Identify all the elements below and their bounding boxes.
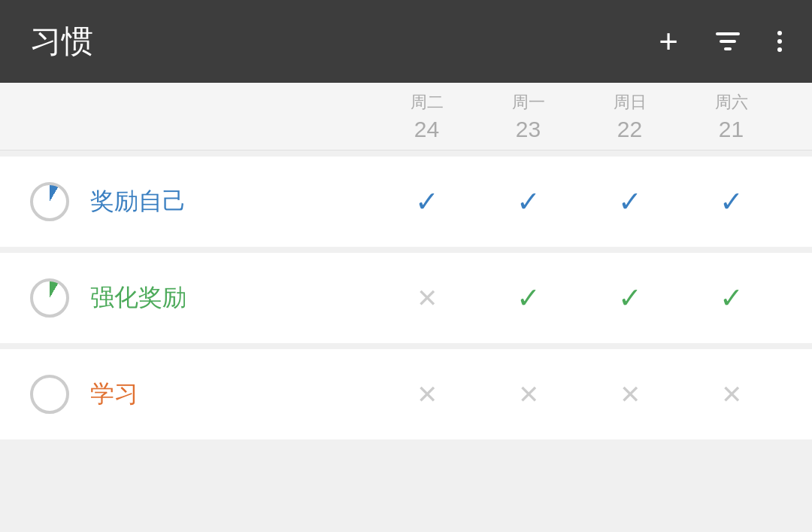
habit-icon-reinforce [30,278,69,318]
filter-button[interactable] [714,28,741,55]
day-name-saturday: 周六 [715,91,748,114]
habit-name-study: 学习 [90,378,376,411]
svg-rect-2 [724,47,732,50]
check-icon: ✓ [618,281,642,315]
app-header: 习惯 + [0,0,812,83]
habit-cell-0-2[interactable]: ✓ [579,185,680,218]
cross-icon: ✕ [620,379,641,409]
habit-checks-study: ✕ ✕ ✕ ✕ [376,379,782,409]
habit-cell-0-1[interactable]: ✓ [477,185,579,218]
svg-rect-1 [720,40,736,43]
more-dots-icon [777,31,782,52]
habit-cell-1-0[interactable]: ✕ [376,281,477,315]
day-name-sunday: 周日 [614,91,647,114]
days-header: 周二 24 周一 23 周日 22 周六 21 [0,83,812,150]
app-title: 习惯 [30,20,659,62]
habit-name-reward-self: 奖励自己 [90,185,376,218]
check-icon: ✓ [517,281,541,315]
day-col-monday: 周一 23 [477,91,579,142]
day-number-saturday: 21 [719,117,744,142]
svg-rect-0 [716,32,740,35]
habit-icon-study [30,375,69,414]
cross-icon: ✕ [518,379,539,409]
habit-cell-2-0[interactable]: ✕ [376,379,477,409]
check-icon: ✓ [720,185,744,218]
days-columns: 周二 24 周一 23 周日 22 周六 21 [376,91,782,142]
habit-cell-0-3[interactable]: ✓ [680,185,782,218]
check-icon: ✓ [415,185,439,218]
habit-row-study[interactable]: 学习 ✕ ✕ ✕ ✕ [0,349,812,439]
habit-cell-1-1[interactable]: ✓ [477,281,579,315]
add-button[interactable]: + [659,23,678,60]
cross-icon: ✕ [417,283,438,313]
day-col-tuesday: 周二 24 [376,91,477,142]
habit-cell-2-1[interactable]: ✕ [477,379,579,409]
habit-cell-2-2[interactable]: ✕ [579,379,680,409]
day-col-saturday: 周六 21 [680,91,782,142]
check-icon: ✓ [517,185,541,218]
check-icon: ✓ [618,185,642,218]
check-icon: ✓ [720,281,744,315]
header-actions: + [659,23,782,60]
habit-name-reinforce: 强化奖励 [90,281,376,315]
day-name-tuesday: 周二 [411,91,444,114]
habit-checks-reinforce: ✕ ✓ ✓ ✓ [376,281,782,315]
more-button[interactable] [777,31,782,52]
cross-icon: ✕ [721,379,742,409]
habit-cell-2-3[interactable]: ✕ [680,379,782,409]
habit-checks-reward-self: ✓ ✓ ✓ ✓ [376,185,782,218]
habit-icon-reward-self [30,182,69,221]
habit-row-reward-self[interactable]: 奖励自己 ✓ ✓ ✓ ✓ [0,157,812,247]
day-number-monday: 23 [516,117,541,142]
habits-list: 奖励自己 ✓ ✓ ✓ ✓ 强化奖励 ✕ ✓ [0,150,812,445]
habit-cell-0-0[interactable]: ✓ [376,185,477,218]
habit-row-reinforce[interactable]: 强化奖励 ✕ ✓ ✓ ✓ [0,253,812,343]
day-number-tuesday: 24 [414,117,439,142]
day-number-sunday: 22 [617,117,642,142]
day-name-monday: 周一 [512,91,545,114]
cross-icon: ✕ [417,379,438,409]
habit-cell-1-2[interactable]: ✓ [579,281,680,315]
habit-cell-1-3[interactable]: ✓ [680,281,782,315]
day-col-sunday: 周日 22 [579,91,680,142]
